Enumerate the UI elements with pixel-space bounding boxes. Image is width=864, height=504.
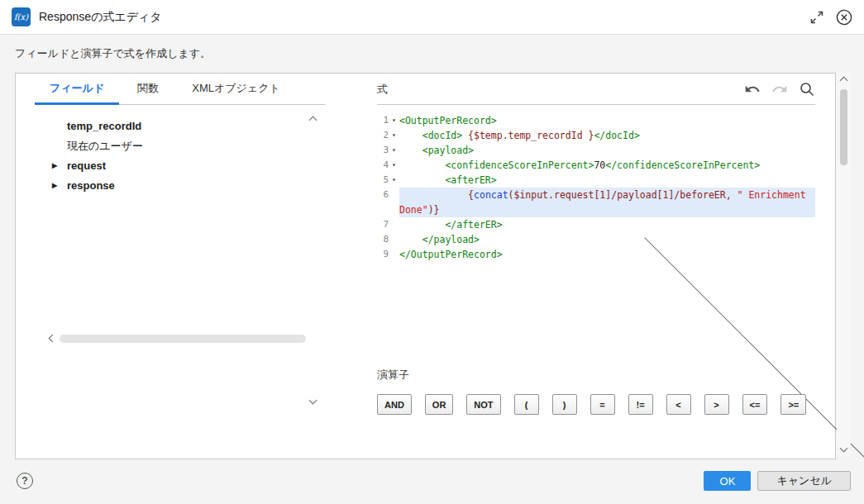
operator-button[interactable]: <= <box>742 394 768 415</box>
code-text[interactable]: <confidenceScoreInPercent>70</confidence… <box>399 158 815 173</box>
code-line[interactable]: 7 </afterER> <box>377 217 815 232</box>
operators-label: 演算子 <box>377 368 409 383</box>
dialog-title: Responseの式エディタ <box>39 10 162 25</box>
fold-icon[interactable]: ▾ <box>389 128 399 143</box>
ok-button[interactable]: OK <box>704 471 751 491</box>
code-text[interactable]: </afterER> <box>399 217 815 232</box>
field-list-vscrollbar[interactable] <box>307 113 320 407</box>
expression-section: 式 <box>377 74 815 460</box>
close-icon[interactable] <box>836 9 852 26</box>
field-label: 現在のユーザー <box>67 140 143 152</box>
operator-button[interactable]: AND <box>377 394 412 415</box>
footer-buttons: OK キャンセル <box>704 471 851 491</box>
operator-button[interactable]: > <box>704 394 729 415</box>
code-text[interactable]: <OutputPerRecord> <box>399 113 815 128</box>
operator-button[interactable]: = <box>590 394 615 415</box>
code-line[interactable]: 2▾ <docId> {$temp.temp_recordId }</docId… <box>377 128 815 143</box>
line-number: 5 <box>377 173 389 188</box>
expression-header: 式 <box>377 74 815 105</box>
field-item[interactable]: temp_recordId <box>16 116 297 136</box>
expand-arrow-icon[interactable]: ▶ <box>52 176 57 196</box>
field-list: temp_recordId現在のユーザー▶request▶response <box>16 116 297 196</box>
scroll-down-icon[interactable] <box>840 445 848 453</box>
line-number: 1 <box>377 113 389 128</box>
expression-label: 式 <box>377 82 388 97</box>
search-icon[interactable] <box>799 81 815 97</box>
code-text[interactable]: {concat($input.request[1]/payload[1]/bef… <box>399 188 815 217</box>
line-number: 2 <box>377 128 389 143</box>
code-text[interactable]: <afterER> <box>399 173 815 188</box>
scroll-up-icon[interactable] <box>840 77 848 85</box>
field-label: temp_recordId <box>67 120 141 132</box>
undo-icon[interactable] <box>744 81 761 97</box>
field-list-hscrollbar[interactable] <box>46 333 319 345</box>
operator-button[interactable]: != <box>628 394 653 415</box>
operator-button[interactable]: >= <box>780 394 806 415</box>
code-line[interactable]: 4▾ <confidenceScoreInPercent>70</confide… <box>377 158 815 173</box>
operator-button[interactable]: NOT <box>466 394 500 415</box>
expand-arrow-icon[interactable]: ▶ <box>52 156 57 176</box>
line-number: 7 <box>377 217 389 232</box>
field-item[interactable]: ▶response <box>16 176 297 196</box>
field-item[interactable]: ▶request <box>16 156 297 176</box>
code-line[interactable]: 1▾<OutputPerRecord> <box>377 113 815 128</box>
operator-buttons: ANDORNOT()=!=<><=>= <box>377 394 806 415</box>
code-line[interactable]: 5▾ <afterER> <box>377 173 815 188</box>
line-number: 8 <box>377 232 389 247</box>
expression-code-editor[interactable]: 1▾<OutputPerRecord>2▾ <docId> {$temp.tem… <box>377 113 815 262</box>
vscrollbar-thumb[interactable] <box>840 89 847 165</box>
code-line[interactable]: 6 {concat($input.request[1]/payload[1]/b… <box>377 188 815 217</box>
scroll-left-icon[interactable] <box>49 335 57 343</box>
dialog-vscrollbar[interactable] <box>837 73 851 456</box>
operator-button[interactable]: OR <box>425 394 454 415</box>
fold-icon[interactable]: ▾ <box>389 143 399 158</box>
code-text[interactable]: </payload> <box>399 232 815 247</box>
tab-3[interactable]: XMLオブジェクト <box>177 74 295 104</box>
code-line[interactable]: 9</OutputPerRecord> <box>377 247 815 262</box>
redo-icon[interactable] <box>771 81 788 97</box>
code-text[interactable]: </OutputPerRecord> <box>399 247 815 262</box>
fold-icon[interactable]: ▾ <box>389 173 399 188</box>
left-tabs: フィールド関数XMLオブジェクト <box>35 74 326 105</box>
field-item[interactable]: 現在のユーザー <box>16 136 297 156</box>
help-glyph: ? <box>21 475 27 487</box>
fold-icon[interactable]: ▾ <box>389 158 399 173</box>
line-number: 3 <box>377 143 389 158</box>
fx-icon: f(x) <box>12 7 31 26</box>
scroll-down-icon[interactable] <box>309 397 317 405</box>
line-number: 6 <box>377 188 389 202</box>
tab-2[interactable]: 関数 <box>122 74 174 104</box>
code-text[interactable]: <docId> {$temp.temp_recordId }</docId> <box>399 128 815 143</box>
dialog-header: f(x) Responseの式エディタ <box>0 0 864 35</box>
code-line[interactable]: 8 </payload> <box>377 232 815 247</box>
window-actions <box>809 9 852 26</box>
operator-button[interactable]: < <box>666 394 691 415</box>
editor-panel: フィールド関数XMLオブジェクト temp_recordId現在のユーザー▶re… <box>15 73 836 459</box>
operator-button[interactable]: ) <box>552 394 577 415</box>
field-label: request <box>67 159 106 172</box>
line-number: 9 <box>377 247 389 262</box>
operator-button[interactable]: ( <box>514 394 539 415</box>
help-icon[interactable]: ? <box>17 473 33 489</box>
code-line[interactable]: 3▾ <payload> <box>377 143 815 158</box>
scroll-up-icon[interactable] <box>309 116 317 125</box>
hscrollbar-thumb[interactable] <box>60 335 306 343</box>
maximize-icon[interactable] <box>809 10 824 25</box>
line-number: 4 <box>377 158 389 173</box>
code-text[interactable]: <payload> <box>399 143 815 158</box>
dialog-subtitle: フィールドと演算子で式を作成します。 <box>15 46 211 61</box>
cancel-button[interactable]: キャンセル <box>757 471 851 491</box>
expression-toolbar <box>744 81 815 97</box>
field-label: response <box>67 179 115 192</box>
fold-icon[interactable]: ▾ <box>389 113 399 128</box>
tab-1[interactable]: フィールド <box>35 74 119 104</box>
